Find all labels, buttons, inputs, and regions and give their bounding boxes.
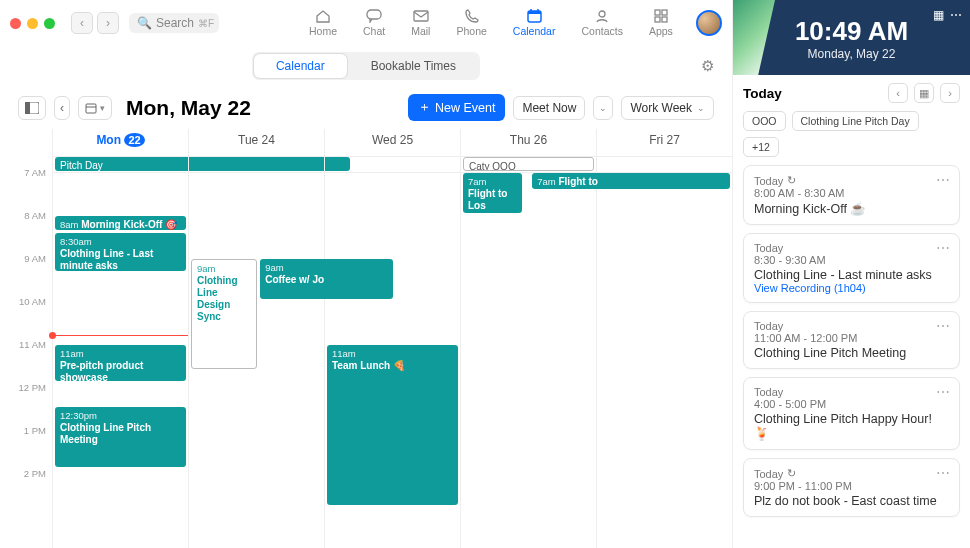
tab-calendar[interactable]: Calendar bbox=[254, 54, 347, 78]
day-columns: Mon 22 Pitch Day 8am Morning Kick-Off 🎯 … bbox=[52, 129, 732, 548]
event-block[interactable]: 9amClothing Line Design Sync bbox=[191, 259, 257, 369]
settings-gear-icon[interactable]: ⚙ bbox=[701, 57, 714, 75]
rp-today-bar: Today ‹ ▦ › bbox=[733, 75, 970, 111]
chip-more[interactable]: +12 bbox=[743, 137, 779, 157]
window-controls bbox=[10, 18, 55, 29]
nav-phone[interactable]: Phone bbox=[456, 9, 486, 37]
date-picker-button[interactable]: ▾ bbox=[78, 96, 112, 120]
event-block[interactable]: 8:30amClothing Line - Last minute asks bbox=[55, 233, 186, 271]
rp-next-button[interactable]: › bbox=[940, 83, 960, 103]
hour-label: 12 PM bbox=[0, 382, 52, 425]
calendar-grid: 7 AM 8 AM 9 AM 10 AM 11 AM 12 PM 1 PM 2 … bbox=[0, 129, 732, 548]
meet-now-dropdown[interactable]: Meet Now bbox=[513, 96, 585, 120]
hour-label: 7 AM bbox=[0, 167, 52, 210]
recording-link[interactable]: View Recording (1h04) bbox=[754, 282, 949, 294]
now-indicator bbox=[53, 335, 188, 336]
chip[interactable]: OOO bbox=[743, 111, 786, 131]
chevron-down-icon: ⌄ bbox=[697, 103, 705, 113]
day-column-tue[interactable]: Tue 24 9amClothing Line Design Sync bbox=[188, 129, 324, 548]
mini-calendar-icon[interactable]: ▦ bbox=[933, 8, 944, 22]
back-button[interactable]: ‹ bbox=[71, 12, 93, 34]
card-title: Morning Kick-Off ☕ bbox=[754, 201, 949, 216]
forward-button[interactable]: › bbox=[97, 12, 119, 34]
svg-point-4 bbox=[599, 11, 605, 17]
home-icon bbox=[314, 9, 332, 23]
meet-now-caret[interactable]: ⌄ bbox=[593, 96, 613, 120]
card-more-icon[interactable]: ⋯ bbox=[936, 172, 951, 188]
search-placeholder: Search bbox=[156, 16, 194, 30]
card-more-icon[interactable]: ⋯ bbox=[936, 465, 951, 481]
search-shortcut: ⌘F bbox=[198, 18, 214, 29]
rp-card[interactable]: ⋯ Today ↻ 8:00 AM - 8:30 AM Morning Kick… bbox=[743, 165, 960, 225]
more-icon[interactable]: ⋯ bbox=[950, 8, 962, 22]
event-block[interactable]: 11amPre-pitch product showcase bbox=[55, 345, 186, 381]
rp-mini-cal-button[interactable]: ▦ bbox=[914, 83, 934, 103]
nav-apps[interactable]: Apps bbox=[649, 9, 673, 37]
new-event-button[interactable]: ＋ New Event bbox=[408, 94, 505, 121]
svg-rect-8 bbox=[662, 17, 667, 22]
recur-icon: ↻ bbox=[787, 467, 796, 480]
day-column-wed[interactable]: Wed 25 9amCoffee w/ Jo 11amTeam Lunch 🍕 bbox=[324, 129, 460, 548]
chip[interactable]: Clothing Line Pitch Day bbox=[792, 111, 919, 131]
nav-calendar[interactable]: Calendar bbox=[513, 9, 556, 37]
chat-icon bbox=[365, 9, 383, 23]
day-column-mon[interactable]: Mon 22 Pitch Day 8am Morning Kick-Off 🎯 … bbox=[52, 129, 188, 548]
clock-date: Monday, May 22 bbox=[745, 47, 958, 61]
event-block[interactable]: 11amTeam Lunch 🍕 bbox=[327, 345, 458, 505]
rp-card[interactable]: ⋯ Today ↻ 9:00 PM - 11:00 PM Plz do not … bbox=[743, 458, 960, 517]
card-title: Clothing Line Pitch Happy Hour! 🍹 bbox=[754, 412, 949, 441]
top-nav: Home Chat Mail Phone Calendar Contacts bbox=[309, 9, 673, 37]
nav-mail[interactable]: Mail bbox=[411, 9, 430, 37]
clock-time: 10:49 AM bbox=[745, 16, 958, 47]
main-pane: ‹ › 🔍 Search ⌘F Home Chat Mail Phone bbox=[0, 0, 732, 548]
event-block[interactable]: 7am Flight to bbox=[532, 173, 730, 189]
card-more-icon[interactable]: ⋯ bbox=[936, 384, 951, 400]
day-header: Thu 26 bbox=[461, 129, 596, 157]
svg-rect-0 bbox=[367, 10, 381, 19]
contacts-icon bbox=[593, 9, 611, 23]
allday-event[interactable]: Caty OOO bbox=[463, 157, 594, 171]
event-block[interactable]: 12:30pmClothing Line Pitch Meeting bbox=[55, 407, 186, 467]
hour-label: 9 AM bbox=[0, 253, 52, 296]
nav-chat[interactable]: Chat bbox=[363, 9, 385, 37]
event-block[interactable]: 7amFlight to Los Angeles bbox=[463, 173, 522, 213]
rp-card[interactable]: ⋯ Today 8:30 - 9:30 AM Clothing Line - L… bbox=[743, 233, 960, 303]
subtab-row: Calendar Bookable Times ⚙ bbox=[0, 46, 732, 90]
tab-bookable[interactable]: Bookable Times bbox=[349, 54, 478, 78]
top-bar: ‹ › 🔍 Search ⌘F Home Chat Mail Phone bbox=[0, 0, 732, 46]
close-window-icon[interactable] bbox=[10, 18, 21, 29]
card-more-icon[interactable]: ⋯ bbox=[936, 240, 951, 256]
maximize-window-icon[interactable] bbox=[44, 18, 55, 29]
day-header: Fri 27 bbox=[597, 129, 732, 157]
rp-card[interactable]: ⋯ Today 11:00 AM - 12:00 PM Clothing Lin… bbox=[743, 311, 960, 369]
event-block[interactable]: 9amCoffee w/ Jo bbox=[260, 259, 392, 299]
svg-rect-6 bbox=[662, 10, 667, 15]
avatar[interactable] bbox=[696, 10, 722, 36]
nav-home[interactable]: Home bbox=[309, 9, 337, 37]
event-block[interactable]: 8am Morning Kick-Off 🎯 bbox=[55, 216, 186, 230]
day-header: Tue 24 bbox=[189, 129, 324, 157]
hour-label: 8 AM bbox=[0, 210, 52, 253]
view-dropdown[interactable]: Work Week ⌄ bbox=[621, 96, 714, 120]
nav-contacts[interactable]: Contacts bbox=[581, 9, 622, 37]
prev-button[interactable]: ‹ bbox=[54, 96, 70, 120]
day-column-fri[interactable]: Fri 27 7am Flight to bbox=[596, 129, 732, 548]
chevron-down-icon: ▾ bbox=[100, 103, 105, 113]
toggle-sidebar-button[interactable] bbox=[18, 96, 46, 120]
card-more-icon[interactable]: ⋯ bbox=[936, 318, 951, 334]
plus-icon: ＋ bbox=[418, 99, 431, 116]
calendar-header: ‹ ▾ Mon, May 22 ＋ New Event Meet Now ⌄ W… bbox=[0, 90, 732, 129]
hour-label: 10 AM bbox=[0, 296, 52, 339]
time-gutter: 7 AM 8 AM 9 AM 10 AM 11 AM 12 PM 1 PM 2 … bbox=[0, 129, 52, 548]
rp-card[interactable]: ⋯ Today 4:00 - 5:00 PM Clothing Line Pit… bbox=[743, 377, 960, 450]
svg-rect-11 bbox=[86, 104, 96, 113]
card-title: Plz do not book - East coast time bbox=[754, 494, 949, 508]
rp-prev-button[interactable]: ‹ bbox=[888, 83, 908, 103]
search-input[interactable]: 🔍 Search ⌘F bbox=[129, 13, 219, 33]
day-column-thu[interactable]: Thu 26 Caty OOO 7amFlight to Los Angeles bbox=[460, 129, 596, 548]
mini-calendar-icon bbox=[85, 102, 97, 114]
card-title: Clothing Line - Last minute asks bbox=[754, 268, 949, 282]
segmented-control: Calendar Bookable Times bbox=[252, 52, 480, 80]
minimize-window-icon[interactable] bbox=[27, 18, 38, 29]
rp-chips: OOO Clothing Line Pitch Day +12 bbox=[733, 111, 970, 165]
